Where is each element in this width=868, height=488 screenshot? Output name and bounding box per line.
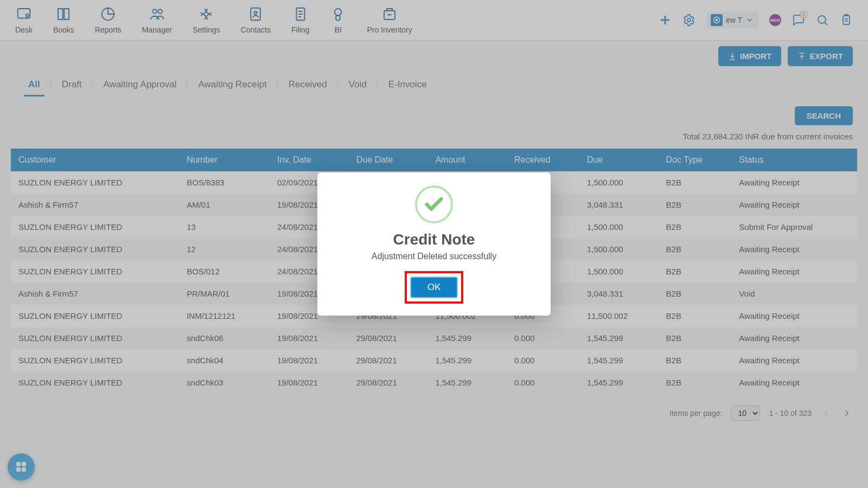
ok-highlight: OK bbox=[405, 271, 464, 304]
modal-title: Credit Note bbox=[328, 231, 540, 248]
ok-button[interactable]: OK bbox=[410, 277, 458, 298]
success-check-icon bbox=[415, 185, 453, 223]
success-modal: Credit Note Adjustment Deleted successfu… bbox=[317, 172, 551, 316]
modal-overlay: Credit Note Adjustment Deleted successfu… bbox=[0, 0, 868, 488]
modal-message: Adjustment Deleted successfully bbox=[328, 252, 540, 261]
